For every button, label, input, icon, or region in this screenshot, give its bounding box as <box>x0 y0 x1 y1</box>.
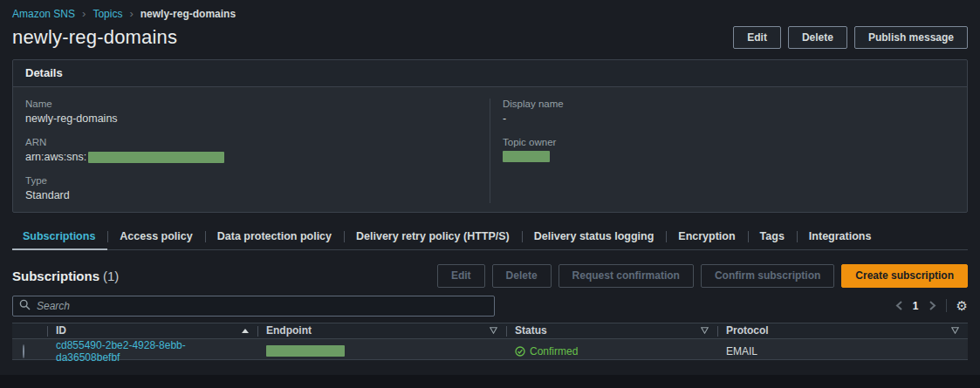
breadcrumb: Amazon SNS › Topics › newly-reg-domains <box>12 0 968 20</box>
name-label: Name <box>25 99 477 109</box>
details-panel: Details Name newly-reg-domains ARN arn:a… <box>12 59 968 213</box>
filter-icon[interactable] <box>490 327 497 334</box>
row-endpoint-cell <box>257 345 506 357</box>
topic-owner-field: Topic owner <box>503 137 955 162</box>
delete-subscription-button[interactable]: Delete <box>492 264 552 287</box>
type-label: Type <box>25 175 477 186</box>
page-header: newly-reg-domains Edit Delete Publish me… <box>12 26 968 49</box>
display-name-value: - <box>503 112 955 125</box>
request-confirmation-button[interactable]: Request confirmation <box>559 264 694 287</box>
subscriptions-toolbar: 1 ⚙ <box>12 296 968 317</box>
create-subscription-button[interactable]: Create subscription <box>841 264 968 287</box>
publish-message-button[interactable]: Publish message <box>854 26 968 49</box>
display-name-label: Display name <box>503 99 955 109</box>
arn-prefix-text: arn:aws:sns: <box>25 151 86 163</box>
arn-label: ARN <box>25 137 477 147</box>
tab-subscriptions[interactable]: Subscriptions <box>12 226 107 249</box>
details-panel-body: Name newly-reg-domains ARN arn:aws:sns: … <box>13 87 967 212</box>
type-value: Standard <box>25 189 477 201</box>
row-protocol-cell: EMAIL <box>717 345 968 357</box>
topic-tabs: Subscriptions Access policy Data protect… <box>12 226 968 250</box>
row-id-cell: cd855490-2be2-4928-8ebb-da36508befbf <box>47 339 257 364</box>
filter-icon[interactable] <box>701 327 709 334</box>
search-icon <box>19 299 31 310</box>
arn-redacted-value <box>88 152 224 163</box>
status-confirmed-icon <box>515 346 525 357</box>
arn-field: ARN arn:aws:sns: <box>25 137 477 163</box>
topic-owner-redacted-value <box>503 151 550 162</box>
name-value: newly-reg-domains <box>25 112 477 125</box>
column-header-endpoint-label: Endpoint <box>266 324 312 337</box>
selection-column-header <box>12 323 47 338</box>
column-header-endpoint: Endpoint <box>257 323 506 338</box>
confirm-subscription-button[interactable]: Confirm subscription <box>701 264 834 287</box>
filter-icon[interactable] <box>951 327 959 334</box>
topic-owner-label: Topic owner <box>503 137 955 147</box>
breadcrumb-link-topics[interactable]: Topics <box>93 8 122 20</box>
next-page-icon[interactable] <box>929 301 936 310</box>
subscriptions-title: Subscriptions(1) <box>12 269 119 283</box>
arn-value: arn:aws:sns: <box>25 151 477 163</box>
sns-topic-page: Amazon SNS › Topics › newly-reg-domains … <box>0 0 980 388</box>
table-header-row: ID Endpoint Status Protocol <box>12 323 968 339</box>
endpoint-redacted-value <box>266 345 345 357</box>
row-select-cell <box>12 345 47 357</box>
tab-data-protection-policy[interactable]: Data protection policy <box>205 226 344 249</box>
column-header-status: Status <box>506 323 717 338</box>
column-header-protocol: Protocol <box>717 323 968 338</box>
subscriptions-count: (1) <box>103 269 119 283</box>
display-name-field: Display name - <box>503 99 955 125</box>
column-header-status-label: Status <box>515 324 547 337</box>
tab-tags[interactable]: Tags <box>748 226 797 249</box>
topic-actions: Edit Delete Publish message <box>733 26 968 49</box>
subscriptions-table: ID Endpoint Status Protocol <box>12 323 968 360</box>
current-page-number[interactable]: 1 <box>913 300 919 312</box>
protocol-text: EMAIL <box>726 345 757 357</box>
tab-delivery-retry-policy[interactable]: Delivery retry policy (HTTP/S) <box>344 226 522 249</box>
edit-topic-button[interactable]: Edit <box>733 26 781 49</box>
sort-ascending-icon[interactable] <box>242 329 249 333</box>
bottom-bar <box>0 375 980 388</box>
chevron-right-icon: › <box>82 8 86 19</box>
search-box <box>12 296 495 317</box>
row-status-cell: Confirmed <box>506 345 717 357</box>
previous-page-icon[interactable] <box>895 301 903 310</box>
column-header-protocol-label: Protocol <box>726 324 769 337</box>
type-field: Type Standard <box>25 175 477 201</box>
search-input[interactable] <box>12 296 495 317</box>
tab-delivery-status-logging[interactable]: Delivery status logging <box>522 226 667 249</box>
settings-gear-icon[interactable]: ⚙ <box>956 299 968 312</box>
column-header-id-label: ID <box>56 324 66 337</box>
details-panel-title: Details <box>13 60 967 87</box>
chevron-right-icon: › <box>129 8 133 19</box>
tab-encryption[interactable]: Encryption <box>666 226 747 249</box>
pagination: 1 ⚙ <box>895 299 968 312</box>
page-title: newly-reg-domains <box>12 26 177 49</box>
topic-owner-value <box>503 151 955 162</box>
delete-topic-button[interactable]: Delete <box>788 26 847 49</box>
subscriptions-actions: Edit Delete Request confirmation Confirm… <box>437 264 968 287</box>
pager-divider <box>946 299 947 312</box>
tab-access-policy[interactable]: Access policy <box>107 226 204 249</box>
tab-integrations[interactable]: Integrations <box>797 226 884 249</box>
edit-subscription-button[interactable]: Edit <box>437 264 485 287</box>
subscription-id-link[interactable]: cd855490-2be2-4928-8ebb-da36508befbf <box>56 339 249 364</box>
name-field: Name newly-reg-domains <box>25 99 477 125</box>
details-left-column: Name newly-reg-domains ARN arn:aws:sns: … <box>13 99 490 203</box>
breadcrumb-current: newly-reg-domains <box>140 8 236 20</box>
table-row: cd855490-2be2-4928-8ebb-da36508befbf Con… <box>12 339 968 360</box>
subscriptions-header: Subscriptions(1) Edit Delete Request con… <box>12 264 968 287</box>
details-right-column: Display name - Topic owner <box>490 99 967 203</box>
row-radio-button[interactable] <box>23 344 24 358</box>
column-header-id[interactable]: ID <box>47 323 257 338</box>
status-text: Confirmed <box>530 345 578 357</box>
breadcrumb-link-amazon-sns[interactable]: Amazon SNS <box>12 8 75 20</box>
subscriptions-title-text: Subscriptions <box>12 269 99 283</box>
